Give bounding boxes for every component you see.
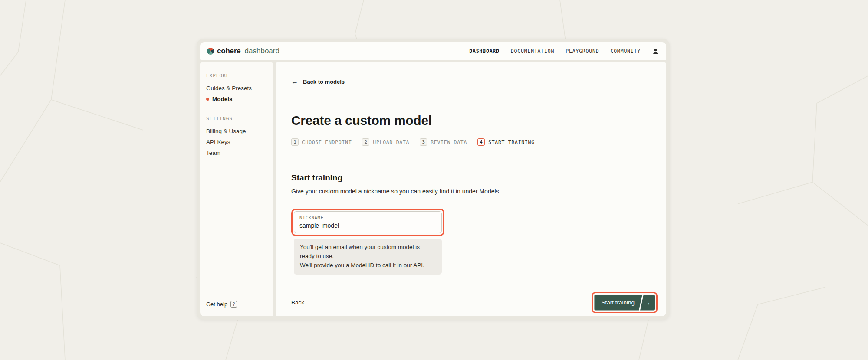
step-upload-data: 2 UPLOAD DATA [362,138,409,146]
get-help-link[interactable]: Get help [206,301,227,308]
sidebar-section-explore: EXPLORE Guides & Presets Models [206,73,267,105]
nav-playground[interactable]: PLAYGROUND [566,48,599,54]
brand-product: dashboard [245,47,279,56]
step-review-data: 3 REVIEW DATA [420,138,467,146]
forward-arrow-icon: → [640,295,655,311]
back-to-models-link[interactable]: Back to models [303,79,345,85]
divider [291,157,651,157]
stepper: 1 CHOOSE ENDPOINT 2 UPLOAD DATA 3 REVIEW… [291,138,651,146]
sidebar: EXPLORE Guides & Presets Models SETTINGS… [200,62,273,316]
sidebar-section-title: EXPLORE [206,73,267,79]
step-choose-endpoint: 1 CHOOSE ENDPOINT [291,138,352,146]
nav-documentation[interactable]: DOCUMENTATION [511,48,554,54]
step-number: 1 [291,138,299,146]
sidebar-item-guides-presets[interactable]: Guides & Presets [206,83,267,94]
sidebar-item-label: Guides & Presets [206,85,252,92]
info-line-1: You'll get an email when your custom mod… [300,243,436,261]
info-box: You'll get an email when your custom mod… [294,239,442,275]
step-label: CHOOSE ENDPOINT [302,139,352,145]
app-header: cohere dashboard DASHBOARD DOCUMENTATION… [200,42,666,60]
step-label: START TRAINING [488,139,535,145]
sidebar-item-billing-usage[interactable]: Billing & Usage [206,126,267,137]
sidebar-section-settings: SETTINGS Billing & Usage API Keys Team [206,116,267,158]
nav-community[interactable]: COMMUNITY [610,48,641,54]
step-number: 4 [477,138,485,146]
nav-dashboard[interactable]: DASHBOARD [469,48,500,54]
start-training-button[interactable]: Start training → [594,295,655,311]
sidebar-section-title: SETTINGS [206,116,267,121]
top-nav: DASHBOARD DOCUMENTATION PLAYGROUND COMMU… [469,48,659,55]
start-training-button-label: Start training [594,295,642,311]
main-content: Create a custom model 1 CHOOSE ENDPOINT … [276,101,666,288]
step-label: REVIEW DATA [431,139,467,145]
sidebar-sections: EXPLORE Guides & Presets Models SETTINGS… [206,73,267,170]
back-arrow-icon[interactable]: ← [291,78,298,85]
sidebar-item-label: Billing & Usage [206,128,246,134]
back-button[interactable]: Back [291,299,304,306]
help-icon[interactable]: ? [230,301,237,308]
sidebar-item-label: Team [206,150,220,156]
app-body: EXPLORE Guides & Presets Models SETTINGS… [200,62,666,316]
active-indicator-dot [206,98,209,101]
brand[interactable]: cohere dashboard [207,47,279,56]
page-title: Create a custom model [291,113,651,128]
section-heading: Start training [291,173,651,183]
step-number: 3 [420,138,427,146]
main-panel: ← Back to models Create a custom model 1… [276,62,666,316]
step-number: 2 [362,138,369,146]
sidebar-item-team[interactable]: Team [206,147,267,158]
nickname-input[interactable] [299,222,436,229]
back-row: ← Back to models [276,62,666,101]
nickname-highlight-ring: NICKNAME [291,209,444,236]
start-training-highlight-ring: Start training → [592,292,658,313]
app-window: cohere dashboard DASHBOARD DOCUMENTATION… [197,39,670,320]
page-background: cohere dashboard DASHBOARD DOCUMENTATION… [0,0,868,360]
brand-name: cohere [217,47,241,56]
cohere-logo-icon [207,48,214,55]
info-line-2: We'll provide you a Model ID to call it … [300,261,436,270]
nickname-field[interactable]: NICKNAME [294,211,442,233]
step-label: UPLOAD DATA [373,139,409,145]
sidebar-footer: Get help ? [206,301,267,308]
step-start-training: 4 START TRAINING [477,138,535,146]
sidebar-item-label: Models [212,96,233,102]
footer-row: Back Start training → [276,288,666,316]
user-icon[interactable] [652,48,659,55]
nickname-field-label: NICKNAME [299,215,436,220]
sidebar-item-label: API Keys [206,139,230,145]
sidebar-item-api-keys[interactable]: API Keys [206,137,267,147]
section-description: Give your custom model a nickname so you… [291,188,651,195]
sidebar-item-models[interactable]: Models [206,94,267,105]
